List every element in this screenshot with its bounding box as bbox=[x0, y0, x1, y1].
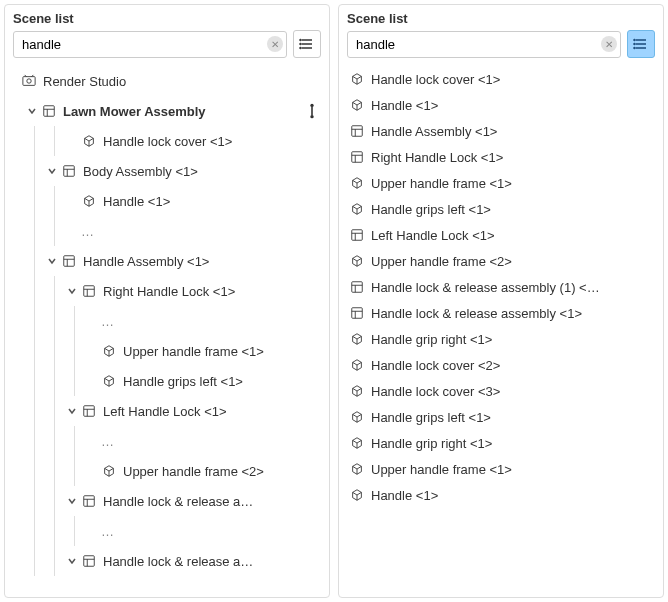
joint-icon[interactable] bbox=[303, 102, 321, 120]
list-item[interactable]: Handle grips left <1> bbox=[339, 404, 663, 430]
svg-point-3 bbox=[300, 40, 301, 41]
tree-item[interactable]: Upper handle frame <2> bbox=[5, 456, 329, 486]
clear-search-icon[interactable]: ✕ bbox=[267, 36, 283, 52]
tree-item[interactable]: Handle lock cover <1> bbox=[5, 126, 329, 156]
part-icon bbox=[81, 133, 97, 149]
indent-guide bbox=[25, 126, 45, 156]
indent-guide bbox=[5, 276, 25, 306]
tree-scroll-area[interactable]: Render StudioLawn Mower AssemblyHandle l… bbox=[5, 64, 329, 597]
tree-item[interactable]: Handle lock & release a… bbox=[5, 546, 329, 576]
tree-item[interactable]: Handle grips left <1> bbox=[5, 366, 329, 396]
scene-list-panel-tree: Scene list ✕ Render StudioLawn Mower Ass… bbox=[4, 4, 330, 598]
tree-item[interactable]: Right Handle Lock <1> bbox=[5, 276, 329, 306]
flat-scroll-area[interactable]: Handle lock cover <1>Handle <1>Handle As… bbox=[339, 64, 663, 597]
flat-list-toggle[interactable] bbox=[627, 30, 655, 58]
chevron-down-icon[interactable] bbox=[65, 404, 79, 418]
search-input[interactable] bbox=[347, 31, 621, 58]
assembly-icon bbox=[81, 553, 97, 569]
list-item[interactable]: Right Handle Lock <1> bbox=[339, 144, 663, 170]
indent-guide bbox=[25, 396, 45, 426]
part-icon bbox=[349, 71, 365, 87]
tree-item[interactable]: Render Studio bbox=[5, 66, 329, 96]
tree-item-label: … bbox=[101, 524, 114, 539]
indent-guide bbox=[65, 426, 85, 456]
assembly-icon bbox=[61, 253, 77, 269]
tree-item-label: Handle grips left <1> bbox=[123, 374, 243, 389]
part-icon bbox=[349, 357, 365, 373]
tree-item[interactable]: Left Handle Lock <1> bbox=[5, 396, 329, 426]
tree-item-label: … bbox=[81, 224, 94, 239]
tree-item[interactable]: Handle Assembly <1> bbox=[5, 246, 329, 276]
tree-item[interactable]: Handle lock & release a… bbox=[5, 486, 329, 516]
list-item-label: Handle <1> bbox=[371, 98, 438, 113]
indent-guide bbox=[5, 546, 25, 576]
indent-guide bbox=[45, 306, 65, 336]
tree-item-label: … bbox=[101, 314, 114, 329]
list-item[interactable]: Handle <1> bbox=[339, 482, 663, 508]
tree-item[interactable]: Body Assembly <1> bbox=[5, 156, 329, 186]
svg-rect-47 bbox=[352, 282, 363, 293]
indent-guide bbox=[25, 516, 45, 546]
indent-guide bbox=[5, 366, 25, 396]
list-item-label: Handle lock cover <3> bbox=[371, 384, 500, 399]
chevron-down-icon[interactable] bbox=[65, 494, 79, 508]
chevron-down-icon[interactable] bbox=[65, 284, 79, 298]
indent-guide bbox=[5, 246, 25, 276]
tree-ellipsis: … bbox=[5, 216, 329, 246]
part-icon bbox=[349, 383, 365, 399]
list-item[interactable]: Handle lock & release assembly (1) <… bbox=[339, 274, 663, 300]
tree-ellipsis: … bbox=[5, 306, 329, 336]
indent-guide bbox=[45, 516, 65, 546]
indent-guide bbox=[5, 186, 25, 216]
part-icon bbox=[349, 461, 365, 477]
list-item[interactable]: Handle grips left <1> bbox=[339, 196, 663, 222]
panel-title: Scene list bbox=[339, 5, 663, 30]
svg-rect-8 bbox=[44, 106, 55, 117]
part-icon bbox=[349, 409, 365, 425]
assembly-icon bbox=[349, 149, 365, 165]
list-item[interactable]: Upper handle frame <2> bbox=[339, 248, 663, 274]
list-item[interactable]: Upper handle frame <1> bbox=[339, 456, 663, 482]
list-item-label: Handle <1> bbox=[371, 488, 438, 503]
tree-item-label: Handle lock & release a… bbox=[103, 494, 253, 509]
list-item[interactable]: Handle lock cover <1> bbox=[339, 66, 663, 92]
tree-item-label: Upper handle frame <2> bbox=[123, 464, 264, 479]
list-item-label: Handle lock cover <2> bbox=[371, 358, 500, 373]
tree-item[interactable]: Handle <1> bbox=[5, 186, 329, 216]
tree-item-label: Upper handle frame <1> bbox=[123, 344, 264, 359]
assembly-icon bbox=[81, 493, 97, 509]
list-item[interactable]: Handle lock cover <3> bbox=[339, 378, 663, 404]
indent-guide bbox=[45, 126, 65, 156]
indent-guide bbox=[5, 396, 25, 426]
clear-search-icon[interactable]: ✕ bbox=[601, 36, 617, 52]
chevron-down-icon[interactable] bbox=[65, 554, 79, 568]
indent-guide bbox=[5, 306, 25, 336]
chevron-down-icon[interactable] bbox=[45, 254, 59, 268]
list-item[interactable]: Handle Assembly <1> bbox=[339, 118, 663, 144]
indent-guide bbox=[25, 306, 45, 336]
tree-item-label: … bbox=[101, 434, 114, 449]
svg-rect-23 bbox=[84, 406, 95, 417]
list-item[interactable]: Handle lock cover <2> bbox=[339, 352, 663, 378]
svg-point-36 bbox=[634, 44, 635, 45]
tree-item[interactable]: Upper handle frame <1> bbox=[5, 336, 329, 366]
list-item[interactable]: Handle <1> bbox=[339, 92, 663, 118]
tree-item-label: Handle lock & release a… bbox=[103, 554, 253, 569]
list-item[interactable]: Left Handle Lock <1> bbox=[339, 222, 663, 248]
list-item[interactable]: Handle grip right <1> bbox=[339, 326, 663, 352]
panel-title: Scene list bbox=[5, 5, 329, 30]
list-item-label: Handle lock & release assembly <1> bbox=[371, 306, 582, 321]
indent-guide bbox=[25, 246, 45, 276]
list-item[interactable]: Handle lock & release assembly <1> bbox=[339, 300, 663, 326]
indent-guide bbox=[25, 276, 45, 306]
indent-guide bbox=[25, 336, 45, 366]
list-item[interactable]: Handle grip right <1> bbox=[339, 430, 663, 456]
flat-list-toggle[interactable] bbox=[293, 30, 321, 58]
list-item[interactable]: Upper handle frame <1> bbox=[339, 170, 663, 196]
indent-guide bbox=[65, 516, 85, 546]
search-input[interactable] bbox=[13, 31, 287, 58]
chevron-down-icon[interactable] bbox=[45, 164, 59, 178]
tree-item[interactable]: Lawn Mower Assembly bbox=[5, 96, 329, 126]
chevron-down-icon[interactable] bbox=[25, 104, 39, 118]
indent-guide bbox=[5, 126, 25, 156]
